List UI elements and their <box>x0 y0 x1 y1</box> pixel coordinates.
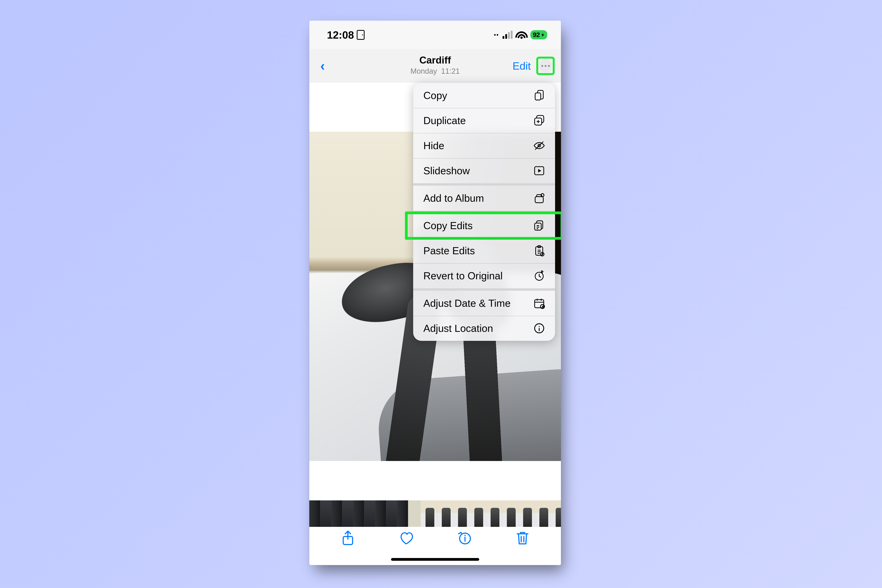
delete-button[interactable] <box>513 530 532 546</box>
svg-rect-6 <box>535 223 542 230</box>
favorite-button[interactable] <box>396 530 416 546</box>
menu-item-hide[interactable]: Hide <box>413 133 555 158</box>
more-button-highlight <box>536 57 555 75</box>
context-menu: CopyDuplicateHideSlideshowAdd to AlbumCo… <box>413 83 555 341</box>
album-icon <box>533 192 545 204</box>
hide-icon <box>533 140 545 152</box>
copy-edits-icon <box>533 219 545 232</box>
menu-item-label: Paste Edits <box>423 245 475 256</box>
sim-icon <box>357 30 364 40</box>
status-bar: 12:08 92 <box>309 21 561 49</box>
menu-item-label: Hide <box>423 140 444 152</box>
nav-bar: ‹ Cardiff Monday 11:21 Edit <box>309 49 561 83</box>
more-button[interactable] <box>539 59 552 72</box>
menu-item-label: Add to Album <box>423 192 484 204</box>
menu-item-duplicate[interactable]: Duplicate <box>413 108 555 133</box>
back-button[interactable]: ‹ <box>313 59 332 73</box>
slideshow-icon <box>533 165 545 177</box>
paste-edits-icon <box>533 244 545 257</box>
menu-item-revert[interactable]: Revert to Original <box>413 263 555 288</box>
menu-item-label: Adjust Date & Time <box>423 297 511 309</box>
share-button[interactable] <box>338 530 358 546</box>
cellular-signal-icon <box>502 31 513 39</box>
wifi-icon <box>516 31 527 39</box>
menu-item-adjust-location[interactable]: Adjust Location <box>413 316 555 341</box>
info-button[interactable] <box>454 530 474 546</box>
duplicate-icon <box>533 114 545 127</box>
menu-item-add-album[interactable]: Add to Album <box>413 186 555 211</box>
menu-item-slideshow[interactable]: Slideshow <box>413 158 555 183</box>
photo-filmstrip[interactable] <box>309 500 561 530</box>
battery-indicator: 92 <box>530 30 547 39</box>
menu-item-label: Revert to Original <box>423 270 503 282</box>
menu-item-label: Copy Edits <box>423 220 472 231</box>
svg-point-14 <box>538 326 540 327</box>
menu-item-copy[interactable]: Copy <box>413 83 555 108</box>
menu-item-label: Slideshow <box>423 165 470 177</box>
menu-item-copy-edits[interactable]: Copy Edits <box>413 213 555 238</box>
home-indicator[interactable] <box>391 558 479 561</box>
iphone-frame: 12:08 92 ‹ Cardiff Monday 11:21 Edit <box>309 21 561 565</box>
location-icon <box>533 322 545 334</box>
dual-sim-dots-icon <box>494 34 499 36</box>
svg-rect-0 <box>535 93 541 100</box>
menu-item-label: Adjust Location <box>423 322 493 334</box>
menu-item-adjust-date[interactable]: Adjust Date & Time <box>413 291 555 316</box>
menu-item-paste-edits[interactable]: Paste Edits <box>413 238 555 263</box>
menu-item-label: Copy <box>423 90 447 101</box>
copy-icon <box>533 89 545 102</box>
svg-rect-4 <box>535 196 543 202</box>
status-time: 12:08 <box>327 29 354 41</box>
filmstrip-current[interactable] <box>408 500 421 530</box>
revert-icon <box>533 270 545 282</box>
edit-button[interactable]: Edit <box>513 60 531 72</box>
date-icon <box>533 297 545 309</box>
charging-bolt-icon <box>541 33 545 37</box>
menu-item-label: Duplicate <box>423 115 466 126</box>
